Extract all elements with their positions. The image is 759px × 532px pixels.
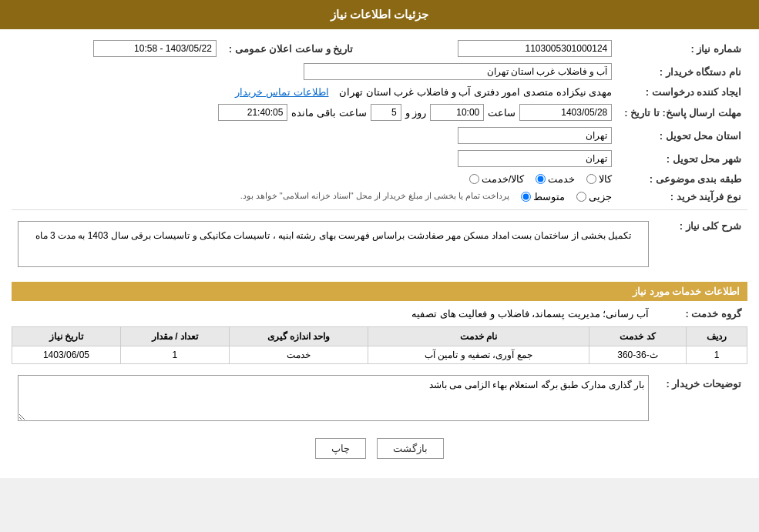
deadline-value: ساعت روز و ساعت باقی مانده (12, 101, 618, 124)
cell-quantity: 1 (120, 346, 229, 364)
org-name-label: نام دستگاه خریدار : (618, 60, 747, 83)
group-service-text: آب رسانی؛ مدیریت پسماند، فاضلاب و فعالیت… (411, 308, 649, 320)
row-need-desc: شرح کلی نیاز : تکمیل بخشی از ساختمان بست… (12, 214, 747, 274)
province-value (12, 124, 618, 147)
radio-jozi: جزیی (576, 191, 612, 202)
group-service-table: گروه خدمت : آب رسانی؛ مدیریت پسماند، فاض… (12, 305, 747, 323)
services-header-row: ردیف کد خدمت نام خدمت واحد اندازه گیری ت… (12, 327, 747, 346)
province-input[interactable] (458, 127, 612, 144)
page-header: جزئیات اطلاعات نیاز (0, 0, 759, 29)
category-label: طبقه بندی موضوعی : (618, 170, 747, 188)
cell-name: جمع آوری، تصفیه و تامین آب (368, 346, 589, 364)
row-city: شهر محل تحویل : (12, 147, 747, 170)
deadline-label: مهلت ارسال پاسخ: تا تاریخ : (618, 101, 747, 124)
city-value (12, 147, 618, 170)
row-purchase-type: نوع فرآیند خرید : جزیی متوسط (12, 188, 747, 206)
announce-label: تاریخ و ساعت اعلان عمومی : (223, 37, 359, 60)
cell-unit: خدمت (229, 346, 368, 364)
radio-jozi-input[interactable] (576, 192, 586, 202)
row-creator: ایجاد کننده درخواست : مهدی نیکزاده متصدی… (12, 83, 747, 101)
radio-kala-khedmat-input[interactable] (469, 174, 479, 184)
need-number-input[interactable] (458, 40, 612, 57)
services-tbody: 1ث-36-360جمع آوری، تصفیه و تامین آبخدمت1… (12, 346, 747, 364)
creator-value: مهدی نیکزاده متصدی امور دفتری آب و فاضلا… (12, 83, 618, 101)
deadline-day-input[interactable] (371, 104, 401, 121)
contact-link[interactable]: اطلاعات تماس خریدار (235, 86, 328, 98)
row-buyer-comments: توضیحات خریدار : (12, 372, 747, 427)
row-org-name: نام دستگاه خریدار : (12, 60, 747, 83)
need-number-value (359, 37, 618, 60)
org-name-value (12, 60, 618, 83)
group-service-label: گروه خدمت : (655, 305, 747, 323)
services-section-title: اطلاعات خدمات مورد نیاز (12, 282, 747, 301)
info-table: شماره نیاز : تاریخ و ساعت اعلان عمومی : … (12, 37, 747, 206)
row-deadline: مهلت ارسال پاسخ: تا تاریخ : ساعت روز و س… (12, 101, 747, 124)
col-unit: واحد اندازه گیری (229, 327, 368, 346)
buttons-row: بازگشت چاپ (12, 427, 747, 470)
buyer-comments-label: توضیحات خریدار : (655, 372, 747, 427)
org-name-input[interactable] (304, 63, 612, 80)
col-name: نام خدمت (368, 327, 589, 346)
deadline-day-label: روز و (405, 107, 427, 119)
row-group-service: گروه خدمت : آب رسانی؛ مدیریت پسماند، فاض… (12, 305, 747, 323)
deadline-remaining-input[interactable] (218, 104, 287, 121)
radio-kala: کالا (586, 173, 612, 185)
col-row-num: ردیف (687, 327, 747, 346)
buyer-comments-value (12, 372, 655, 427)
kala-khedmat-label: کالا/خدمت (482, 173, 525, 185)
back-button[interactable]: بازگشت (377, 438, 444, 459)
col-quantity: تعداد / مقدار (120, 327, 229, 346)
need-desc-box: تکمیل بخشی از ساختمان بست امداد مسکن مهر… (18, 221, 649, 267)
deadline-time-label: ساعت (488, 107, 516, 119)
jozi-label: جزیی (589, 191, 612, 202)
row-category: طبقه بندی موضوعی : کالا خدمت کالا/خدمت (12, 170, 747, 188)
cell-date: 1403/06/05 (12, 346, 121, 364)
purchase-type-value: جزیی متوسط پرداخت تمام یا بخشی از مبلغ خ… (12, 188, 618, 206)
need-desc-value: تکمیل بخشی از ساختمان بست امداد مسکن مهر… (12, 214, 655, 274)
need-desc-text: تکمیل بخشی از ساختمان بست امداد مسکن مهر… (35, 230, 632, 241)
separator1 (12, 209, 747, 210)
radio-khedmat: خدمت (536, 173, 575, 185)
city-label: شهر محل تحویل : (618, 147, 747, 170)
buyer-comments-textarea[interactable] (18, 375, 649, 421)
radio-khedmat-input[interactable] (536, 174, 546, 184)
table-row: 1ث-36-360جمع آوری، تصفیه و تامین آبخدمت1… (12, 346, 747, 364)
purchase-type-note: پرداخت تمام یا بخشی از مبلغ خریدار از مح… (240, 191, 510, 201)
announce-input[interactable] (93, 40, 217, 57)
print-button[interactable]: چاپ (315, 438, 366, 459)
need-desc-label: شرح کلی نیاز : (655, 214, 747, 274)
services-table: ردیف کد خدمت نام خدمت واحد اندازه گیری ت… (12, 326, 747, 364)
deadline-remaining-label: ساعت باقی مانده (291, 107, 366, 119)
main-content: شماره نیاز : تاریخ و ساعت اعلان عمومی : … (0, 29, 759, 478)
need-desc-table: شرح کلی نیاز : تکمیل بخشی از ساختمان بست… (12, 214, 747, 274)
col-code: کد خدمت (589, 327, 687, 346)
category-radios: کالا خدمت کالا/خدمت (12, 170, 618, 188)
deadline-date-input[interactable] (519, 104, 612, 121)
khedmat-label: خدمت (548, 173, 575, 185)
purchase-type-label: نوع فرآیند خرید : (618, 188, 747, 206)
page-title: جزئیات اطلاعات نیاز (331, 8, 428, 21)
services-thead: ردیف کد خدمت نام خدمت واحد اندازه گیری ت… (12, 327, 747, 346)
creator-label: ایجاد کننده درخواست : (618, 83, 747, 101)
kala-label: کالا (599, 173, 612, 185)
buyer-comments-table: توضیحات خریدار : (12, 372, 747, 427)
province-label: استان محل تحویل : (618, 124, 747, 147)
col-date: تاریخ نیاز (12, 327, 121, 346)
radio-kala-khedmat: کالا/خدمت (469, 173, 525, 185)
city-input[interactable] (458, 150, 612, 167)
row-province: استان محل تحویل : (12, 124, 747, 147)
group-service-value: آب رسانی؛ مدیریت پسماند، فاضلاب و فعالیت… (12, 305, 655, 323)
row-need-number: شماره نیاز : تاریخ و ساعت اعلان عمومی : (12, 37, 747, 60)
deadline-time-input[interactable] (430, 104, 484, 121)
cell-row_num: 1 (687, 346, 747, 364)
announce-value (12, 37, 223, 60)
need-number-label: شماره نیاز : (618, 37, 747, 60)
cell-code: ث-36-360 (589, 346, 687, 364)
creator-text: مهدی نیکزاده متصدی امور دفتری آب و فاضلا… (339, 86, 612, 98)
radio-motavasset: متوسط (521, 191, 565, 202)
radio-kala-input[interactable] (586, 174, 596, 184)
page-wrapper: جزئیات اطلاعات نیاز شماره نیاز : تاریخ و… (0, 0, 759, 478)
radio-motavasset-input[interactable] (521, 192, 531, 202)
motavasset-label: متوسط (533, 191, 565, 202)
